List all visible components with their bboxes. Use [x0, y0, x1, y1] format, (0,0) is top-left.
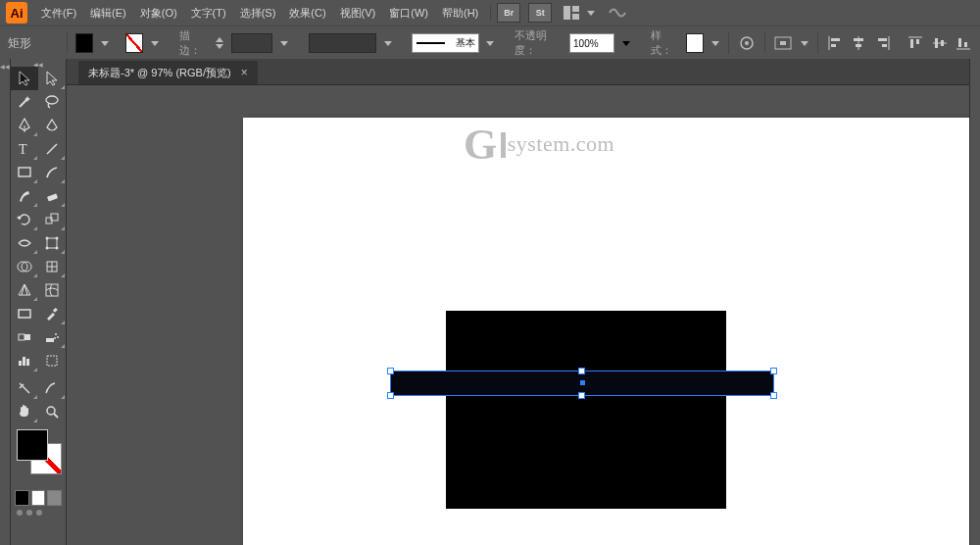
eyedropper-tool[interactable] [38, 302, 66, 325]
paintbrush-tool[interactable] [38, 161, 66, 184]
document-tab[interactable]: 未标题-3* @ 97% (RGB/预览) × [78, 61, 258, 84]
variable-width-profile-dropdown[interactable] [382, 34, 393, 52]
svg-rect-1 [572, 6, 579, 12]
bridge-icon[interactable]: Br [497, 3, 520, 23]
print-tiling-tool[interactable] [38, 376, 66, 400]
scale-tool[interactable] [38, 208, 66, 231]
line-segment-tool[interactable] [38, 137, 66, 161]
menu-select[interactable]: 选择(S) [234, 2, 282, 25]
svg-marker-8 [280, 41, 288, 46]
svg-rect-48 [47, 238, 57, 248]
artboard[interactable]: Gsystem.com [243, 118, 969, 545]
fill-swatch[interactable] [75, 33, 93, 53]
close-icon[interactable]: × [241, 66, 248, 79]
align-left-icon[interactable] [826, 34, 844, 52]
recolor-artwork-icon[interactable] [737, 33, 757, 53]
graphic-style-swatch[interactable] [686, 33, 704, 53]
hand-tool[interactable] [11, 400, 38, 423]
svg-rect-29 [916, 39, 919, 44]
selection-handle-n[interactable] [578, 368, 585, 374]
color-mode-gradient[interactable] [31, 490, 46, 506]
menu-window[interactable]: 窗口(W) [383, 2, 434, 25]
selection-handle-se[interactable] [770, 392, 777, 399]
menu-object[interactable]: 对象(O) [134, 2, 183, 25]
svg-point-39 [46, 96, 58, 104]
selection-handle-s[interactable] [578, 392, 585, 399]
arrange-documents-icon[interactable] [562, 3, 583, 23]
align-to-selection-icon[interactable] [773, 33, 793, 53]
selection-center-point[interactable] [580, 380, 585, 385]
symbol-sprayer-tool[interactable] [38, 325, 66, 349]
selection-handle-sw[interactable] [387, 392, 394, 399]
slice-tool[interactable] [11, 376, 38, 400]
right-collapse-strip[interactable] [969, 59, 980, 545]
brush-definition-dropdown[interactable] [485, 34, 496, 52]
document-stage: 未标题-3* @ 97% (RGB/预览) × Gsystem.com [67, 59, 969, 545]
stroke-weight-dropdown[interactable] [278, 34, 289, 52]
color-mode-none[interactable] [47, 490, 62, 506]
selection-handle-ne[interactable] [770, 368, 777, 374]
svg-point-75 [47, 407, 55, 415]
stroke-swatch[interactable] [125, 33, 143, 53]
variable-width-profile[interactable] [309, 33, 377, 53]
perspective-grid-tool[interactable] [11, 278, 38, 302]
eraser-tool[interactable] [38, 184, 66, 208]
menu-help[interactable]: 帮助(H) [436, 2, 484, 25]
stroke-weight-stepper[interactable] [215, 34, 225, 52]
menu-file[interactable]: 文件(F) [35, 2, 82, 25]
content-area: ◀◀ T [0, 59, 980, 545]
blend-tool[interactable] [11, 325, 38, 349]
align-right-icon[interactable] [873, 34, 891, 52]
align-vcenter-icon[interactable] [931, 34, 949, 52]
opacity-field[interactable]: 100% [569, 33, 614, 53]
menu-view[interactable]: 视图(V) [334, 2, 382, 25]
style-label: 样式： [651, 28, 680, 58]
svg-marker-36 [20, 72, 29, 85]
arrange-documents-dropdown[interactable] [585, 4, 597, 22]
fill-swatch-dropdown[interactable] [99, 34, 110, 52]
menu-edit[interactable]: 编辑(E) [84, 2, 132, 25]
live-paint-bucket-tool[interactable] [38, 255, 66, 278]
fill-color-swatch[interactable] [17, 429, 48, 461]
menu-type[interactable]: 文字(T) [185, 2, 232, 25]
curvature-tool[interactable] [38, 114, 66, 137]
menu-effect[interactable]: 效果(C) [283, 2, 331, 25]
rotate-tool[interactable] [11, 208, 38, 231]
rectangle-tool[interactable] [11, 161, 38, 184]
stroke-weight-field[interactable] [231, 33, 273, 53]
lasso-tool[interactable] [38, 90, 66, 114]
column-graph-tool[interactable] [11, 349, 38, 372]
magic-wand-tool[interactable] [11, 90, 38, 114]
free-transform-tool[interactable] [38, 231, 66, 255]
stroke-swatch-dropdown[interactable] [149, 34, 160, 52]
gpu-preview-icon[interactable] [607, 3, 628, 23]
gradient-tool[interactable] [11, 302, 38, 325]
width-tool[interactable] [11, 231, 38, 255]
color-mode-solid[interactable] [15, 490, 29, 506]
align-top-icon[interactable] [906, 34, 924, 52]
svg-marker-45 [17, 216, 20, 220]
left-collapse-strip[interactable] [0, 59, 11, 545]
zoom-tool[interactable] [38, 400, 66, 423]
shape-builder-tool[interactable] [11, 255, 38, 278]
artboard-tool[interactable] [38, 349, 66, 372]
shaper-tool[interactable] [11, 184, 38, 208]
align-to-dropdown[interactable] [799, 34, 809, 52]
align-hcenter-icon[interactable] [850, 34, 867, 52]
selection-tool[interactable] [11, 67, 38, 90]
svg-rect-2 [572, 14, 579, 20]
direct-selection-tool[interactable] [38, 67, 66, 90]
selection-handle-nw[interactable] [387, 368, 394, 374]
pen-tool[interactable] [11, 114, 38, 137]
stock-icon[interactable]: St [528, 3, 552, 23]
black-rectangle-shape[interactable] [446, 311, 726, 509]
graphic-style-dropdown[interactable] [710, 34, 720, 52]
align-bottom-icon[interactable] [955, 34, 972, 52]
brush-definition[interactable]: 基本 [412, 33, 478, 53]
mesh-tool[interactable] [38, 278, 66, 302]
opacity-dropdown[interactable] [620, 34, 631, 52]
screen-mode-selector[interactable] [11, 506, 66, 520]
type-tool[interactable]: T [11, 137, 38, 161]
document-tab-title: 未标题-3* @ 97% (RGB/预览) [88, 66, 231, 80]
current-tool-label: 矩形 [8, 35, 59, 52]
